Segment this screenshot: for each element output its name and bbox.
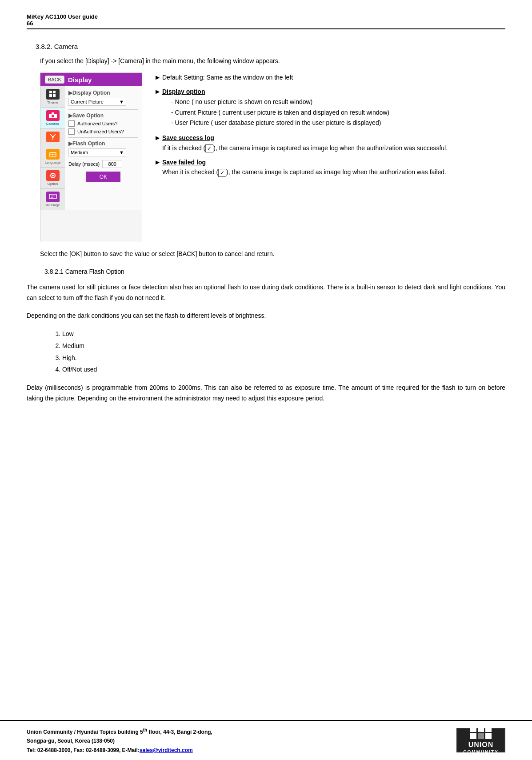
default-setting-text: Default Setting: Same as the window on t… [162,72,293,82]
intro-text: If you select the [Display] -> [Camera] … [40,57,505,64]
svg-rect-1 [53,91,56,93]
display-option-item: ▶ Display option None ( no user picture … [156,87,505,128]
device-ui-mockup: BACK Display Theme [40,72,142,241]
save-failed-text: When it is checked (✓), the camera image… [162,168,446,176]
select-ok-text: Select the [OK] button to save the value… [40,250,505,257]
save-option-menu: ▶Save Option [68,112,138,119]
save-option-label: ▶Save Option [68,112,104,119]
save-success-item: ▶ Save success log If it is checked (✓),… [156,133,505,153]
camera-icon [46,110,60,121]
unauthorized-users-checkbox[interactable] [68,128,75,135]
authorized-users-checkbox[interactable] [68,120,75,127]
logo-block-3 [478,726,484,732]
display-option-item-2: Current Picture ( current user picture i… [171,108,389,118]
page-footer: Union Community / Hyundai Topics buildin… [0,720,532,760]
body-text-3: Delay (milliseconds) is programmable fro… [27,383,505,404]
footer-email-link[interactable]: sales@virditech.com [140,747,193,753]
delay-value: 800 [108,161,116,167]
camera-label: Camera [46,122,59,126]
display-option-label: ▶Display Option [68,90,110,96]
sidebar-item-message[interactable]: Message [40,189,65,210]
message-label: Message [45,203,60,207]
current-picture-dropdown[interactable]: Current Picture ▼ [68,98,126,106]
delay-label: Delay (msecs) [68,161,100,167]
medium-value: Medium [71,150,88,155]
logo-block-1 [470,726,476,732]
language-label: Language [45,160,61,164]
footer-text: Union Community / Hyundai Topics buildin… [27,726,212,755]
flash-option-menu: ▶Flash Option [68,140,138,147]
svg-rect-2 [49,94,52,97]
flash-option-high: High. [62,352,505,364]
current-picture-row: Current Picture ▼ [68,98,138,106]
divider2 [68,137,138,138]
save-success-text: If it is checked (✓), the camera image i… [162,144,448,152]
medium-row: Medium ▼ [68,148,138,156]
default-setting-item: ▶ Default Setting: Same as the window on… [156,72,505,82]
medium-dropdown-arrow-icon: ▼ [119,150,124,155]
triangle-icon-4: ▶ [156,158,160,167]
display-option-list: None ( no user picture is shown on resul… [171,97,389,128]
device-sidebar: Theme Camera [40,86,142,210]
logo-block-4 [478,733,484,739]
svg-rect-3 [53,94,56,97]
svg-rect-11 [49,194,56,199]
flash-options-list: Low Medium High. Off/Not used [62,328,505,375]
divider1 [68,109,138,110]
svg-point-10 [52,175,54,176]
flash-option-label: ▶Flash Option [68,140,105,147]
ok-button[interactable]: OK [86,172,120,182]
svg-rect-0 [49,91,52,93]
authorized-users-row: Authorized Users? [68,120,138,127]
logo-blocks [470,726,492,739]
body-text-1: The camera used for still pictures or fa… [27,282,505,304]
page-header: MiKey AC1100 User guide 66 [27,13,505,29]
flash-option-low: Low [62,328,505,340]
logo-community-text: COMMUNITY [463,750,499,755]
network-icon [46,132,60,142]
medium-dropdown[interactable]: Medium ▼ [68,148,126,156]
logo-union-text: UNION [468,741,494,749]
unauthorized-users-row: UnAuthorized Users? [68,128,138,135]
content-row: BACK Display Theme [40,72,505,241]
sidebar-icons: Theme Camera [40,86,65,210]
option-icon [46,170,60,181]
delay-input[interactable]: 800 [102,160,122,168]
sidebar-item-network[interactable] [40,129,65,146]
checkmark-icon-2: ✓ [218,169,226,177]
sidebar-item-theme[interactable]: Theme [40,86,65,108]
main-panel: ▶Display Option Current Picture ▼ ▶Save … [65,86,142,210]
authorized-users-label: Authorized Users? [77,121,118,126]
save-success-title: Save success log [162,134,214,141]
device-header: BACK Display [40,73,142,86]
display-option-title: Display option [162,88,205,95]
save-failed-item: ▶ Save failed log When it is checked (✓)… [156,157,505,177]
device-header-title: Display [68,76,92,84]
language-icon [46,149,60,160]
theme-icon [46,89,60,100]
current-picture-value: Current Picture [71,99,104,104]
footer-line2: Songpa-gu, Seoul, Korea (138-050) [27,736,212,745]
body-text-2: Depending on the dark conditions you can… [27,311,505,321]
page-number: 66 [27,20,505,27]
checkmark-icon-1: ✓ [205,144,213,152]
theme-label: Theme [47,100,58,104]
footer-line3: Tel: 02-6488-3000, Fax: 02-6488-3099, E-… [27,746,212,755]
svg-point-5 [52,115,54,117]
svg-rect-6 [52,112,54,114]
save-failed-title: Save failed log [162,159,206,166]
display-option-item-1: None ( no user picture is shown on resul… [171,97,389,108]
sidebar-item-camera[interactable]: Camera [40,108,65,129]
sidebar-item-option[interactable]: Option [40,168,65,189]
description-panel: ▶ Default Setting: Same as the window on… [156,72,505,182]
footer-line1: Union Community / Hyundai Topics buildin… [27,726,212,736]
back-button[interactable]: BACK [45,76,64,84]
flash-option-off: Off/Not used [62,364,505,376]
logo-block-6 [485,733,492,739]
header-title: MiKey AC1100 User guide [27,13,505,20]
sidebar-item-language[interactable]: Language [40,146,65,168]
flash-option-medium: Medium [62,340,505,352]
section-heading: 3.8.2. Camera [36,43,505,50]
message-icon [46,192,60,202]
triangle-icon-2: ▶ [156,88,160,96]
